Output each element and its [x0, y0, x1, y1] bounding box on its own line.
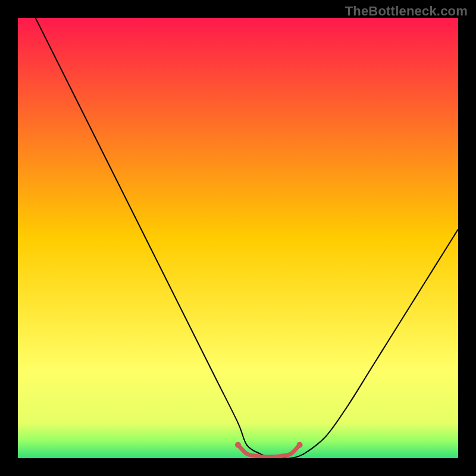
- chart-svg: [18, 18, 458, 458]
- marker-endpoint-right: [297, 442, 303, 448]
- plot-area: [18, 18, 458, 458]
- gradient-background: [18, 18, 458, 458]
- marker-endpoint-left: [235, 442, 241, 448]
- watermark-text: TheBottleneck.com: [345, 4, 468, 19]
- chart-container: TheBottleneck.com: [0, 0, 476, 476]
